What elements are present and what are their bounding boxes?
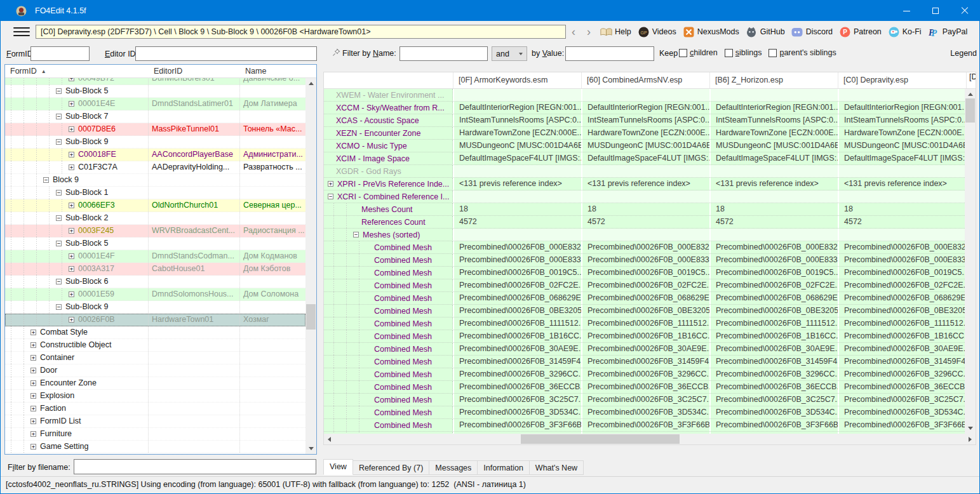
grid-cell[interactable]: Precombined\00026F0B_3296CC...	[709, 368, 838, 381]
filename-filter-input[interactable]	[74, 459, 316, 474]
plugin-column-header[interactable]: [D	[966, 72, 976, 88]
expand-icon[interactable]: +	[30, 368, 36, 373]
tree-node-row[interactable]: −Block 9	[5, 174, 305, 187]
grid-row[interactable]: Combined MeshPrecombined\00026F0B_111151…	[324, 317, 966, 330]
grid-cell[interactable]: IntSteamTunnelsRooms [ASPC:0...	[709, 114, 838, 127]
tree-node-row[interactable]: +FormID List	[5, 415, 305, 428]
grid-cell[interactable]	[709, 89, 838, 102]
scrollbar-thumb[interactable]	[306, 304, 316, 330]
tab-what-s-new[interactable]: What's New	[529, 460, 584, 475]
collapse-icon[interactable]: −	[56, 88, 62, 94]
grid-cell[interactable]: Precombined\00026F0B_000E832...	[581, 241, 709, 254]
tree-vertical-scrollbar[interactable]	[305, 78, 316, 454]
grid-row[interactable]: Combined MeshPrecombined\00026F0B_31459F…	[324, 356, 966, 368]
grid-row[interactable]: XGDR - God Rays	[324, 165, 966, 178]
grid-cell[interactable]: DefaultImageSpaceF4LUT [IMGS:...	[581, 152, 709, 165]
grid-cell[interactable]: Precombined\00026F0B_0019C5...	[581, 267, 709, 279]
grid-cell[interactable]: DefaultInteriorRegion [REGN:001...	[709, 102, 838, 114]
grid-cell[interactable]: Precombined\00026F0B_000E832...	[838, 241, 966, 254]
grid-cell[interactable]: Precombined\00026F0B_000E833...	[453, 254, 581, 267]
collapse-icon[interactable]: −	[328, 194, 333, 199]
expand-icon[interactable]: +	[69, 78, 74, 81]
grid-row[interactable]: +XPRI - PreVis Reference Inde...<131 pre…	[324, 178, 966, 190]
plugin-column-header[interactable]: [C0] Depravity.esp	[838, 72, 966, 88]
grid-cell[interactable]: Precombined\00026F0B_0BE3205...	[453, 305, 581, 317]
column-header-name[interactable]: Name	[240, 65, 316, 77]
grid-row[interactable]: Combined MeshPrecombined\00026F0B_0019C5…	[324, 267, 966, 279]
grid-cell[interactable]: MUSDungeonC [MUSC:001D4A6E]	[838, 140, 966, 152]
expand-icon[interactable]: +	[30, 444, 36, 450]
grid-cell[interactable]: Precombined\00026F0B_000E832...	[453, 241, 581, 254]
breadcrumb[interactable]: [C0] Depravity.esp (2DF7F3D7) \ Cell \ B…	[36, 25, 566, 39]
grid-cell[interactable]: Precombined\00026F0B_068629E...	[709, 292, 838, 305]
grid-cell[interactable]: <131 previs reference index>	[581, 178, 709, 190]
link-paypal[interactable]: PPPayPal	[928, 26, 968, 37]
grid-cell[interactable]: 18	[838, 203, 966, 216]
checkbox-siblings[interactable]: siblings	[725, 48, 762, 57]
grid-cell[interactable]: Precombined\00026F0B_36ECCB...	[453, 381, 581, 394]
grid-cell[interactable]: DefaultInteriorRegion [REGN:001...	[581, 102, 709, 114]
grid-row[interactable]: Combined MeshPrecombined\00026F0B_30AE9E…	[324, 343, 966, 356]
grid-cell[interactable]: DefaultInteriorRegion [REGN:001...	[838, 102, 966, 114]
grid-cell[interactable]: HardwareTownZone [ECZN:000E...	[453, 127, 581, 140]
grid-row[interactable]: XCMO - Music TypeMUSDungeonC [MUSC:001D4…	[324, 140, 966, 152]
grid-cell[interactable]: Precombined\00026F0B_36ECCB...	[709, 381, 838, 394]
grid-cell[interactable]: Precombined\00026F0B_1111512...	[838, 317, 966, 330]
checkbox-children[interactable]: children	[679, 48, 718, 57]
expand-icon[interactable]: +	[30, 342, 36, 348]
grid-cell[interactable]: Precombined\00026F0B_3D534C...	[709, 406, 838, 419]
grid-cell[interactable]: Precombined\00026F0B_3F3F66B...	[581, 419, 709, 432]
grid-cell[interactable]: Precombined\00026F0B_1B16CC...	[709, 330, 838, 343]
grid-cell[interactable]: Precombined\00026F0B_30AE9E...	[581, 343, 709, 356]
grid-cell[interactable]: Precombined\00026F0B_02FC2E...	[709, 279, 838, 292]
link-help[interactable]: Help	[600, 26, 631, 37]
link-videos[interactable]: GPVideos	[638, 26, 676, 37]
grid-cell[interactable]: <131 previs reference index>	[453, 178, 581, 190]
grid-cell[interactable]: Precombined\00026F0B_30AE9E...	[709, 343, 838, 356]
grid-cell[interactable]: Precombined\00026F0B_3D534C...	[838, 406, 966, 419]
grid-cell[interactable]: DefaultInteriorRegion [REGN:001...	[453, 102, 581, 114]
expand-icon[interactable]: +	[30, 431, 36, 437]
expand-icon[interactable]: +	[30, 355, 36, 361]
tree-node-row[interactable]: −Sub-Block 6	[5, 276, 305, 288]
grid-cell[interactable]	[581, 165, 709, 178]
grid-cell[interactable]: 4572	[453, 216, 581, 229]
expand-icon[interactable]: +	[328, 181, 333, 187]
grid-cell[interactable]: 18	[581, 203, 709, 216]
grid-cell[interactable]: IntSteamTunnelsRooms [ASPC:0...	[838, 114, 966, 127]
grid-cell[interactable]: 4572	[709, 216, 838, 229]
grid-cell[interactable]	[709, 229, 838, 241]
tree-node-row[interactable]: +Container	[5, 352, 305, 364]
grid-cell[interactable]: Precombined\00026F0B_3296CC...	[581, 368, 709, 381]
link-discord[interactable]: Discord	[791, 26, 833, 37]
grid-cell[interactable]: DefaultImageSpaceF4LUT [IMGS:...	[453, 152, 581, 165]
tab-information[interactable]: Information	[477, 460, 530, 475]
grid-cell[interactable]	[453, 89, 581, 102]
grid-cell[interactable]: HardwareTownZone [ECZN:000E...	[581, 127, 709, 140]
tree-node-row[interactable]: +Faction	[5, 403, 305, 415]
grid-cell[interactable]: Precombined\00026F0B_1B16CC...	[838, 330, 966, 343]
tree-record-row[interactable]: +00001E4FDmndStandsCodman...Дом Кодманов	[5, 250, 305, 263]
grid-cell[interactable]: Precombined\00026F0B_30AE9E...	[838, 343, 966, 356]
grid-row[interactable]: −Meshes (sorted)	[324, 229, 966, 241]
grid-cell[interactable]: Precombined\00026F0B_1111512...	[453, 317, 581, 330]
expand-icon[interactable]: +	[30, 380, 36, 386]
expand-icon[interactable]: +	[69, 152, 74, 157]
tree-node-row[interactable]: −Sub-Block 9	[5, 301, 305, 314]
grid-row[interactable]: Combined MeshPrecombined\00026F0B_000E83…	[324, 241, 966, 254]
grid-cell[interactable]: Precombined\00026F0B_02FC2E...	[453, 279, 581, 292]
tree-node-row[interactable]: −Sub-Block 1	[5, 187, 305, 199]
grid-row[interactable]: XCIM - Image SpaceDefaultImageSpaceF4LUT…	[324, 152, 966, 165]
expand-icon[interactable]: +	[69, 101, 74, 107]
link-nexusmods[interactable]: NexusMods	[683, 26, 739, 37]
grid-cell[interactable]	[581, 89, 709, 102]
expand-icon[interactable]: +	[30, 330, 36, 335]
collapse-icon[interactable]: −	[56, 139, 62, 145]
maximize-button[interactable]	[921, 1, 950, 21]
editorid-input[interactable]	[135, 46, 317, 61]
grid-cell[interactable]: Precombined\00026F0B_000E833...	[709, 254, 838, 267]
collapse-icon[interactable]: −	[56, 241, 62, 246]
grid-cell[interactable]: MUSDungeonC [MUSC:001D4A6E]	[709, 140, 838, 152]
tab-referenced-by-7[interactable]: Referenced By (7)	[352, 460, 429, 475]
collapse-icon[interactable]: −	[56, 215, 62, 221]
